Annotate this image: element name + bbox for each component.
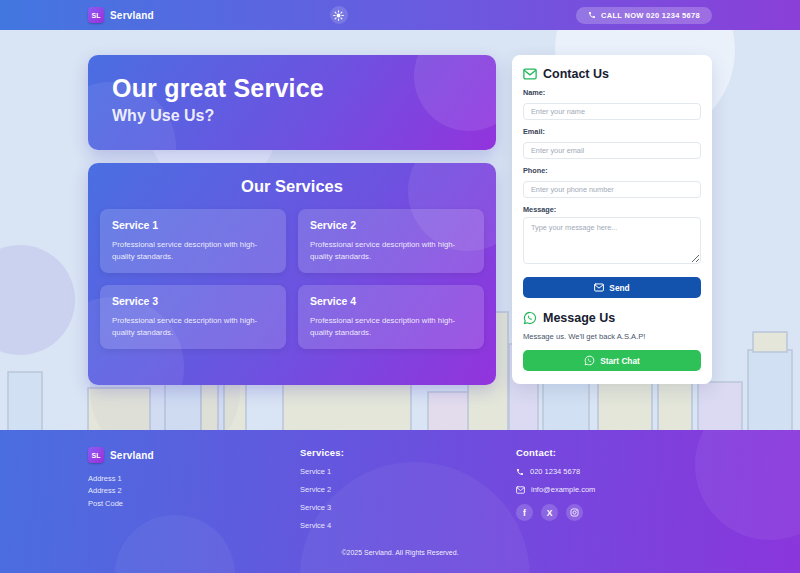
address-line: Post Code bbox=[88, 498, 300, 510]
footer: SL Servland Address 1 Address 2 Post Cod… bbox=[0, 430, 800, 573]
x-icon[interactable]: X bbox=[541, 504, 558, 521]
brand: SL Servland bbox=[88, 7, 154, 23]
footer-brand: SL Servland bbox=[88, 447, 300, 463]
message-field[interactable] bbox=[523, 217, 701, 264]
logo-badge: SL bbox=[88, 447, 104, 463]
send-button[interactable]: Send bbox=[523, 277, 701, 298]
whatsapp-icon bbox=[523, 311, 537, 325]
service-card: Service 4 Professional service descripti… bbox=[298, 285, 484, 349]
main-section: Our great Service Why Use Us? Our Servic… bbox=[0, 30, 800, 430]
phone-label: Phone: bbox=[523, 166, 701, 175]
envelope-icon bbox=[516, 486, 525, 494]
service-card: Service 2 Professional service descripti… bbox=[298, 209, 484, 273]
footer-link-service-2[interactable]: Service 2 bbox=[300, 485, 516, 494]
whatsapp-icon bbox=[584, 355, 595, 366]
message-label: Message: bbox=[523, 205, 701, 214]
footer-address: Address 1 Address 2 Post Code bbox=[88, 473, 300, 510]
address-line: Address 1 bbox=[88, 473, 300, 485]
footer-brand-name: Servland bbox=[110, 450, 154, 461]
service-card: Service 3 Professional service descripti… bbox=[100, 285, 286, 349]
service-title: Service 4 bbox=[310, 295, 472, 307]
message-us-heading: Message Us bbox=[543, 311, 615, 325]
footer-contact-heading: Contact: bbox=[516, 447, 712, 458]
footer-link-service-3[interactable]: Service 3 bbox=[300, 503, 516, 512]
email-field[interactable] bbox=[523, 142, 701, 159]
sun-icon bbox=[333, 10, 344, 21]
envelope-icon bbox=[594, 283, 604, 292]
service-title: Service 3 bbox=[112, 295, 274, 307]
call-now-button[interactable]: CALL NOW 020 1234 5678 bbox=[576, 7, 712, 24]
name-field[interactable] bbox=[523, 103, 701, 120]
address-line: Address 2 bbox=[88, 485, 300, 497]
envelope-icon bbox=[523, 68, 537, 80]
footer-phone[interactable]: 020 1234 5678 bbox=[530, 467, 580, 476]
hero-title: Our great Service bbox=[112, 74, 472, 103]
logo-badge: SL bbox=[88, 7, 104, 23]
send-label: Send bbox=[609, 283, 629, 293]
hero-subtitle: Why Use Us? bbox=[112, 107, 472, 125]
contact-us-heading: Contact Us bbox=[543, 67, 609, 81]
services-section: Our Services Service 1 Professional serv… bbox=[88, 163, 496, 385]
call-now-label: CALL NOW 020 1234 5678 bbox=[601, 11, 700, 20]
name-label: Name: bbox=[523, 88, 701, 97]
phone-icon bbox=[516, 468, 524, 476]
theme-toggle-button[interactable] bbox=[330, 6, 348, 24]
start-chat-label: Start Chat bbox=[600, 356, 640, 366]
service-card: Service 1 Professional service descripti… bbox=[100, 209, 286, 273]
footer-services-heading: Services: bbox=[300, 447, 516, 458]
footer-link-service-1[interactable]: Service 1 bbox=[300, 467, 516, 476]
brand-name: Servland bbox=[110, 10, 154, 21]
instagram-icon[interactable] bbox=[566, 504, 583, 521]
service-title: Service 2 bbox=[310, 219, 472, 231]
services-grid: Service 1 Professional service descripti… bbox=[100, 209, 484, 349]
copyright-text: ©2025 Servland. All Rights Reserved. bbox=[0, 549, 800, 556]
hero-card: Our great Service Why Use Us? bbox=[88, 55, 496, 150]
service-description: Professional service description with hi… bbox=[310, 315, 472, 339]
social-links: f X bbox=[516, 504, 712, 521]
services-heading: Our Services bbox=[100, 177, 484, 196]
phone-field[interactable] bbox=[523, 181, 701, 198]
phone-icon bbox=[588, 11, 596, 19]
facebook-icon[interactable]: f bbox=[516, 504, 533, 521]
service-description: Professional service description with hi… bbox=[112, 315, 274, 339]
service-title: Service 1 bbox=[112, 219, 274, 231]
service-description: Professional service description with hi… bbox=[310, 239, 472, 263]
footer-link-service-4[interactable]: Service 4 bbox=[300, 521, 516, 530]
message-us-text: Message us. We'll get back A.S.A.P! bbox=[523, 332, 701, 341]
start-chat-button[interactable]: Start Chat bbox=[523, 350, 701, 371]
service-description: Professional service description with hi… bbox=[112, 239, 274, 263]
footer-email[interactable]: info@example.com bbox=[531, 485, 595, 494]
top-navbar: SL Servland CALL NOW 020 1234 5678 bbox=[0, 0, 800, 30]
contact-card: Contact Us Name: Email: Phone: Message: bbox=[512, 55, 712, 384]
email-label: Email: bbox=[523, 127, 701, 136]
